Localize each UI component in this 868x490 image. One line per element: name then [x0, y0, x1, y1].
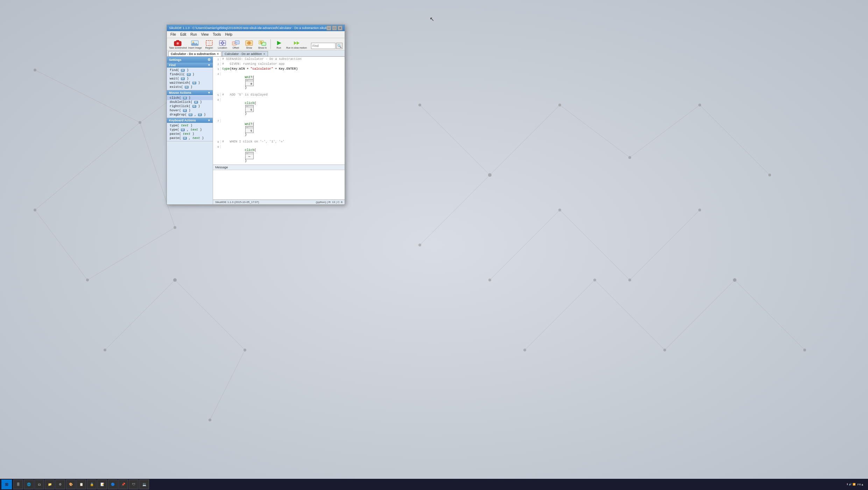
menu-help[interactable]: Help: [223, 32, 235, 37]
dragdrop-img-badge2: 🖼: [198, 113, 202, 116]
menu-view[interactable]: View: [199, 32, 211, 37]
find-img-badge: 🖼: [181, 69, 185, 72]
content-area: Settings ⚙ Find ▼ find( 🖼 ) findAll( 🖼 ): [167, 57, 345, 204]
svg-line-17: [175, 280, 245, 350]
find-section: Find ▼ find( 🖼 ) findAll( 🖼 ) wait( 🖼 ) …: [167, 63, 213, 90]
svg-point-42: [173, 278, 177, 282]
taskbar-app-6[interactable]: 🎨: [66, 479, 76, 489]
click-preview-6: ▪▪ 5: [245, 105, 254, 112]
rightclick-item[interactable]: rightClick( 🖼 ): [167, 104, 213, 108]
taskbar-app-3[interactable]: 🗂: [34, 479, 44, 489]
findall-item[interactable]: findAll( 🖼 ): [167, 72, 213, 77]
show-label: Show: [246, 47, 252, 49]
find-section-toggle[interactable]: ▼: [207, 63, 211, 67]
region-button[interactable]: Region: [203, 40, 215, 49]
start-button[interactable]: ⊞: [1, 479, 12, 489]
taskbar-app-13[interactable]: 💻: [139, 479, 149, 489]
find-item[interactable]: find( 🖼 ): [167, 68, 213, 72]
waitvanish-item[interactable]: waitVanish( 🖼 ): [167, 81, 213, 85]
svg-line-15: [630, 210, 700, 280]
code-line-7: 7 WAIT( ▪▪ 5 ): [213, 119, 345, 140]
code-line-9: 9 click( ▪▪ — ): [213, 145, 345, 164]
offset-button[interactable]: Offset: [230, 40, 242, 49]
settings-label: Settings: [169, 58, 182, 62]
svg-point-31: [488, 173, 492, 177]
code-area[interactable]: 1 # SCENARIO: Calculator - Do a substrac…: [213, 57, 345, 164]
message-body[interactable]: [213, 170, 345, 198]
taskbar-app-4[interactable]: 📁: [45, 479, 55, 489]
type-text-item[interactable]: type( text ): [167, 124, 213, 128]
find-input[interactable]: [311, 43, 336, 49]
svg-line-18: [210, 350, 245, 420]
hover-item[interactable]: hover( 🖼 ): [167, 108, 213, 113]
maximize-button[interactable]: □: [332, 26, 337, 30]
svg-point-33: [628, 156, 631, 159]
taskbar-app-11[interactable]: 📌: [118, 479, 128, 489]
paste-text-item[interactable]: paste( text ): [167, 132, 213, 136]
minimize-button[interactable]: ─: [326, 26, 331, 30]
paste-img-text-item[interactable]: paste( 🖼 , text ): [167, 136, 213, 140]
click-item[interactable]: click( 🖼 ): [167, 96, 213, 100]
title-bar: SikuliIDE 1.1.0 - C:\Users\Damien\git\bl…: [167, 25, 345, 31]
tab-substraction-label: Calculator - Do a substraction: [171, 52, 216, 56]
keyboard-section-header[interactable]: Keyboard Actions ▼: [167, 118, 213, 123]
keyboard-section-toggle[interactable]: ▼: [207, 119, 211, 122]
taskbar-app-8[interactable]: 🔒: [87, 479, 97, 489]
taskbar-app-5[interactable]: ⚙: [55, 479, 65, 489]
wait-item[interactable]: wait( 🖼 ): [167, 77, 213, 81]
svg-point-27: [34, 209, 36, 211]
taskbar-app-12[interactable]: 🛡: [129, 479, 139, 489]
svg-point-47: [663, 349, 666, 351]
show-in-button[interactable]: Show in: [256, 40, 268, 49]
code-line-6: 6 click( ▪▪ 5 ): [213, 98, 345, 119]
svg-line-3: [35, 122, 140, 210]
dragdrop-item[interactable]: dragDrop( 🖼 , 🖼 ): [167, 113, 213, 117]
taskbar-app-7[interactable]: 📋: [76, 479, 86, 489]
toolbar: Take screenshot Insert Image Region: [167, 38, 345, 50]
run-button[interactable]: Run: [273, 40, 285, 49]
toolbar-separator: [270, 39, 271, 49]
keyboard-section: Keyboard Actions ▼ type( text ) type( 🖼 …: [167, 118, 213, 141]
taskbar-app-9[interactable]: 📝: [97, 479, 107, 489]
menu-file[interactable]: File: [168, 32, 178, 37]
findall-img-badge: 🖼: [187, 73, 191, 76]
svg-point-38: [558, 209, 561, 211]
taskbar: ⊞ 🗄 🌐 🗂 📁 ⚙ 🎨 📋 🔒 📝 🔵 📌 🛡 💻 ⬆ 🔊 📶 FR▲: [0, 479, 868, 490]
run-slow-icon: [292, 40, 301, 47]
taskbar-app-2[interactable]: 🌐: [24, 479, 34, 489]
mouse-section-header[interactable]: Mouse Actions ▼: [167, 90, 213, 95]
location-button[interactable]: Location: [217, 40, 228, 49]
svg-line-16: [105, 280, 175, 350]
menu-edit[interactable]: Edit: [178, 32, 188, 37]
svg-point-30: [418, 104, 421, 106]
find-button[interactable]: 🔍: [336, 43, 343, 49]
mouse-section-toggle[interactable]: ▼: [207, 91, 211, 94]
insert-image-button[interactable]: Insert Image: [188, 40, 202, 49]
run-slow-button[interactable]: Run in slow motion: [286, 40, 307, 49]
show-button[interactable]: Show: [243, 40, 255, 49]
close-button[interactable]: ✕: [338, 26, 343, 30]
type-img-text-item[interactable]: type( 🖼 , text ): [167, 128, 213, 132]
find-section-header[interactable]: Find ▼: [167, 63, 213, 68]
sidebar-bottom-space: [167, 141, 213, 204]
svg-rect-73: [262, 42, 266, 46]
doubleclick-item[interactable]: doubleClick( 🖼 ): [167, 100, 213, 104]
take-screenshot-button[interactable]: Take screenshot: [169, 40, 187, 49]
show-in-icon: [258, 40, 267, 47]
insert-image-label: Insert Image: [188, 47, 202, 49]
taskbar-app-1[interactable]: 🗄: [13, 479, 23, 489]
menu-run[interactable]: Run: [188, 32, 199, 37]
svg-point-40: [698, 209, 701, 211]
tab-addition[interactable]: Calculator - Do an addition ✕: [222, 51, 268, 56]
message-panel: Message: [213, 164, 345, 200]
ide-window: SikuliIDE 1.1.0 - C:\Users\Damien\git\bl…: [167, 24, 345, 205]
exists-item[interactable]: exists( 🖼 ): [167, 85, 213, 89]
tab-substraction[interactable]: Calculator - Do a substraction ✕: [168, 51, 221, 56]
tab-addition-close[interactable]: ✕: [263, 52, 266, 56]
menu-tools[interactable]: Tools: [211, 32, 223, 37]
taskbar-app-10[interactable]: 🔵: [108, 479, 118, 489]
click-preview-9: ▪▪ —: [245, 152, 254, 159]
keyboard-section-label: Keyboard Actions: [169, 119, 196, 122]
tab-substraction-close[interactable]: ✕: [217, 52, 219, 56]
settings-icon[interactable]: ⚙: [207, 58, 211, 62]
